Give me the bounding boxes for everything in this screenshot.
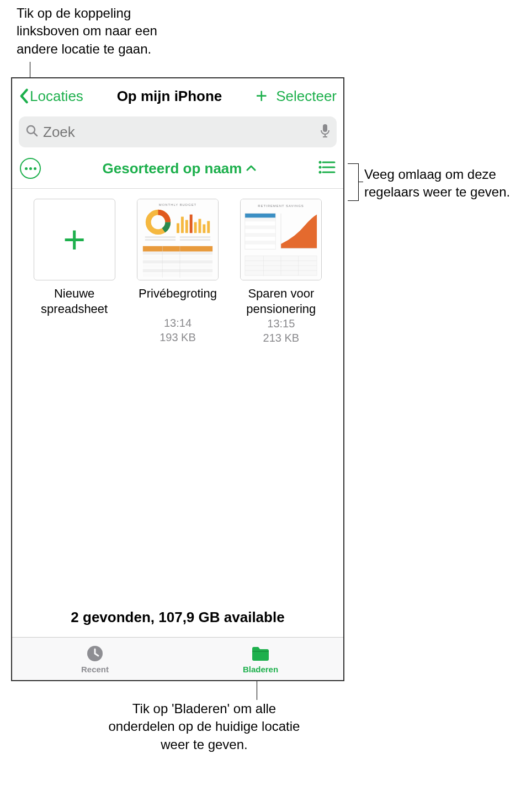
svg-rect-17 [190,215,193,233]
svg-rect-20 [203,224,205,233]
svg-line-1 [34,132,37,136]
svg-rect-25 [180,239,210,241]
callout-top: Tik op de koppeling linksboven om naar e… [17,4,182,58]
document-thumbnail[interactable]: RETIREMENT SAVINGS [240,199,322,280]
chevron-left-icon [19,88,29,104]
new-spreadsheet-label: Nieuwe spreadsheet [28,286,121,316]
clock-icon [84,644,105,663]
svg-point-7 [319,166,322,169]
new-spreadsheet-button[interactable]: + [34,199,115,280]
search-input[interactable] [43,124,316,141]
document-size: 213 KB [263,331,300,345]
microphone-icon[interactable] [320,124,330,140]
document-label: Privébegroting [139,286,217,316]
callout-bottom-leader [257,680,257,700]
svg-rect-31 [143,269,212,272]
svg-rect-15 [181,217,184,233]
svg-point-5 [319,161,322,164]
document-meta: 13:14 193 KB [160,316,196,344]
sort-button[interactable]: Gesorteerd op naam [41,160,318,177]
svg-rect-21 [207,221,210,233]
back-button[interactable]: Locaties [19,88,83,105]
document-time: 13:14 [160,316,196,330]
svg-rect-27 [143,252,212,255]
grid-item: RETIREMENT SAVINGS [235,199,328,345]
svg-rect-46 [245,245,275,248]
callout-right-stub [359,182,363,182]
callout-right: Veeg omlaag om deze regelaars weer te ge… [364,166,519,201]
add-button[interactable]: + [256,86,267,106]
svg-rect-40 [245,221,275,225]
more-button[interactable] [20,158,41,179]
svg-text:RETIREMENT SAVINGS: RETIREMENT SAVINGS [258,204,305,208]
footer-status: 2 gevonden, 107,9 GB available [12,601,343,637]
svg-rect-39 [245,218,275,222]
svg-rect-30 [143,264,212,268]
folder-icon [250,644,271,663]
svg-rect-45 [245,241,275,245]
svg-rect-58 [252,651,269,652]
tab-browse[interactable]: Bladeren [178,638,343,680]
svg-rect-24 [180,236,210,238]
sort-row: Gesorteerd op naam [12,153,343,184]
svg-rect-28 [143,256,212,259]
svg-point-9 [319,171,322,174]
svg-rect-16 [185,220,188,233]
document-size: 193 KB [160,330,196,344]
tabbar: Recent Bladeren [12,637,343,680]
svg-rect-42 [245,229,275,233]
search-bar[interactable] [19,116,337,147]
tab-recent-label: Recent [81,665,109,674]
svg-rect-38 [245,214,275,218]
tab-recent[interactable]: Recent [12,638,178,680]
page-title: Op mijn iPhone [87,88,252,105]
grid-item: MONTHLY BUDGET [131,199,224,345]
svg-rect-19 [198,219,201,233]
svg-rect-41 [245,225,275,229]
document-grid: + Nieuwe spreadsheet MONTHLY BUDGET [12,189,343,601]
plus-icon: + [63,220,86,259]
list-view-button[interactable] [318,160,336,177]
svg-rect-23 [145,239,176,241]
svg-rect-43 [245,233,275,237]
navbar-right: + Selecteer [256,86,337,106]
svg-text:MONTHLY BUDGET: MONTHLY BUDGET [159,203,196,206]
grid-item-new: + Nieuwe spreadsheet [28,199,121,345]
svg-rect-32 [143,273,212,277]
callout-right-bracket [348,163,359,201]
document-label: Sparen voor pensionering [235,286,328,316]
svg-rect-26 [143,246,212,252]
chevron-up-icon [246,165,256,172]
select-button[interactable]: Selecteer [276,88,337,105]
sort-label-text: Gesorteerd op naam [103,160,242,177]
phone-frame: Locaties Op mijn iPhone + Selecteer Geso… [11,77,344,681]
document-thumbnail[interactable]: MONTHLY BUDGET [137,199,219,280]
tab-browse-label: Bladeren [243,665,278,674]
svg-rect-44 [245,237,275,241]
search-icon [25,124,39,140]
document-meta: 13:15 213 KB [263,316,300,345]
svg-rect-18 [194,222,197,233]
back-label: Locaties [30,88,83,105]
svg-rect-29 [143,260,212,263]
svg-rect-14 [177,223,179,233]
svg-rect-22 [145,236,176,238]
callout-bottom: Tik op 'Bladeren' om alle onderdelen op … [108,700,301,753]
document-time: 13:15 [263,316,300,331]
svg-rect-2 [323,124,327,132]
navbar: Locaties Op mijn iPhone + Selecteer [12,78,343,114]
